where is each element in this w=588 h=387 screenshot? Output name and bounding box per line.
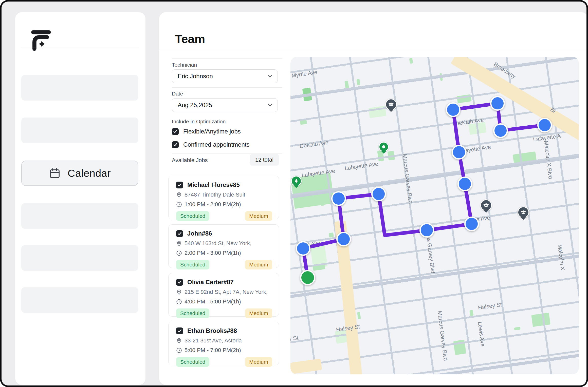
route-stop-marker[interactable] (457, 177, 472, 191)
divider (172, 153, 282, 153)
divider (172, 87, 282, 88)
job-address: 540 W 163rd St, New York, (185, 240, 251, 247)
sidebar-item-placeholder[interactable] (21, 245, 138, 271)
sidebar-item-placeholder[interactable] (21, 287, 138, 313)
job-name: Ethan Brooks#88 (187, 327, 237, 334)
checkbox-label: Flexible/Anytime jobs (183, 128, 241, 135)
divider (172, 58, 282, 59)
route-map[interactable]: Myrtle AveDeKalb AveDeKalb AveLafayette … (290, 57, 579, 374)
date-value: Aug 25,2025 (178, 102, 212, 109)
job-time: 4:00 PM - 5:00 PM(1h) (185, 298, 241, 305)
main-panel: Team Technician Eric Johnson Date Aug 25… (159, 12, 588, 385)
app-window: Calendar Team Technician Eric Johnson Da… (0, 0, 588, 387)
checkbox-label: Confirmed appointments (183, 141, 249, 148)
route-stop-marker[interactable] (371, 187, 386, 201)
clock-icon (176, 347, 182, 353)
map-pin-tree (291, 176, 302, 186)
sidebar-item-placeholder[interactable] (21, 203, 138, 229)
sidebar: Calendar (15, 12, 145, 385)
sidebar-item-placeholder[interactable] (21, 118, 138, 143)
location-pin-icon (176, 289, 182, 295)
map-pin-dot (379, 142, 389, 152)
checkbox-checked-icon (172, 141, 179, 148)
checkbox-checked-icon[interactable] (176, 182, 183, 188)
page-title: Team (175, 32, 205, 46)
chevron-down-icon (268, 104, 272, 106)
map-pin-school (480, 199, 492, 211)
status-badge: Scheduled (176, 308, 209, 318)
sidebar-item-calendar[interactable]: Calendar (21, 161, 138, 186)
date-select[interactable]: Aug 25,2025 (172, 98, 278, 112)
route-stop-marker[interactable] (446, 102, 461, 117)
map-pin-school (385, 99, 397, 110)
status-badge: Scheduled (176, 211, 209, 221)
job-address: 87487 Timothy Dale Suit (185, 191, 245, 198)
location-pin-icon (176, 241, 182, 246)
calendar-icon (49, 167, 61, 179)
route-stop-marker[interactable] (452, 145, 466, 160)
location-pin-icon (176, 338, 182, 344)
job-time: 2:00 PM - 3:00 PM(1h) (185, 250, 241, 256)
technician-select[interactable]: Eric Johnson (172, 69, 278, 83)
job-name: Olivia Carter#87 (187, 279, 234, 286)
job-time: 1:00 PM - 2:00 PM(2h) (185, 201, 241, 208)
status-badge: Scheduled (176, 357, 209, 367)
chevron-down-icon (268, 75, 272, 78)
map-pin-school (518, 206, 529, 218)
clock-icon (176, 250, 182, 256)
calendar-button-label: Calendar (68, 167, 111, 179)
route-stop-marker[interactable] (419, 223, 434, 238)
clock-icon (176, 299, 182, 305)
logo-f-icon (24, 21, 54, 51)
technician-label: Technician (172, 62, 197, 68)
available-jobs-label: Available Jobs (172, 157, 208, 164)
route-stop-marker[interactable] (490, 96, 505, 111)
checkbox-checked-icon[interactable] (176, 230, 183, 237)
route-stop-marker[interactable] (296, 241, 310, 256)
technician-value: Eric Johnson (178, 73, 213, 80)
priority-badge: Medium (245, 357, 272, 367)
route-stop-marker[interactable] (464, 217, 479, 231)
job-address: 215 E 92nd St, Apt 7A, New York, (185, 289, 268, 295)
route-start-marker[interactable] (300, 270, 315, 285)
job-name: Michael Flores#85 (187, 181, 240, 188)
status-badge: Scheduled (176, 260, 209, 269)
header-divider (159, 50, 588, 50)
route-polyline (290, 57, 579, 374)
job-address: 33-21 31st Ave, Astoria (185, 337, 242, 344)
checkbox-checked-icon[interactable] (176, 327, 183, 334)
sidebar-item-placeholder[interactable] (21, 75, 138, 101)
optimization-label: Include in Optimization (172, 119, 226, 125)
checkbox-confirmed-appointments[interactable]: Confirmed appointments (172, 141, 249, 148)
priority-badge: Medium (245, 211, 272, 221)
job-card[interactable]: Olivia Carter#87 215 E 92nd St, Apt 7A, … (168, 273, 279, 317)
checkbox-checked-icon (172, 128, 179, 135)
priority-badge: Medium (245, 308, 272, 318)
sidebar-divider (21, 48, 139, 48)
route-stop-marker[interactable] (331, 191, 346, 206)
job-card[interactable]: Ethan Brooks#88 33-21 31st Ave, Astoria … (168, 322, 279, 365)
priority-badge: Medium (245, 260, 272, 269)
route-stop-marker[interactable] (493, 123, 508, 138)
route-stop-marker[interactable] (537, 118, 552, 132)
job-time: 5:00 PM - 7:00 PM(2h) (185, 347, 241, 354)
checkbox-flexible-jobs[interactable]: Flexible/Anytime jobs (172, 128, 241, 135)
job-name: John#86 (187, 230, 212, 237)
job-card[interactable]: Michael Flores#85 87487 Timothy Dale Sui… (168, 176, 279, 219)
date-label: Date (172, 91, 183, 97)
job-card[interactable]: John#86 540 W 163rd St, New York, 2:00 P… (168, 224, 279, 268)
clock-icon (176, 202, 182, 207)
route-stop-marker[interactable] (336, 232, 351, 246)
checkbox-checked-icon[interactable] (176, 279, 183, 286)
location-pin-icon (176, 192, 182, 198)
jobs-total-badge: 12 total (250, 154, 279, 166)
